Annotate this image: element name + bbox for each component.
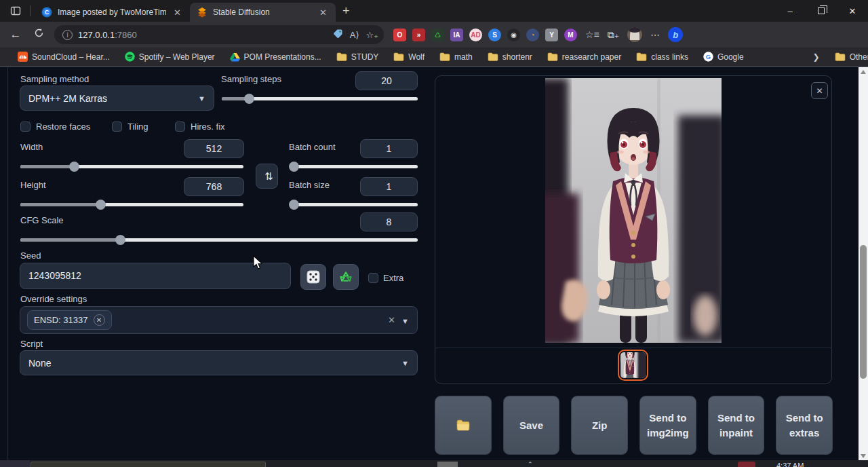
remove-token-icon[interactable]: ✕ <box>94 314 105 326</box>
extension-map-pin-icon[interactable]: ◉ <box>507 29 520 41</box>
width-slider[interactable] <box>20 162 243 172</box>
height-input[interactable]: 768 <box>184 177 244 196</box>
address-bar[interactable]: i 127.0.0.1 :7860 A⟩ ☆₊ <box>54 25 384 44</box>
bookmark-item[interactable]: class links <box>636 52 688 62</box>
close-gallery-button[interactable]: ✕ <box>811 82 828 99</box>
scroll-up-icon[interactable] <box>861 70 866 74</box>
bookmark-label: POM Presentations... <box>244 52 321 62</box>
cfg-scale-input[interactable]: 8 <box>360 212 418 231</box>
page-scrollbar[interactable] <box>859 67 868 461</box>
read-aloud-icon[interactable]: A⟩ <box>350 30 359 40</box>
tab-close-icon[interactable]: ✕ <box>317 7 329 18</box>
restore-faces-label: Restore faces <box>36 122 90 132</box>
new-tab-button[interactable]: + <box>342 4 350 18</box>
bookmark-item[interactable]: GGoogle <box>703 52 744 62</box>
send-to-extras-button[interactable]: Send to extras <box>776 396 833 455</box>
gallery-thumbnail-selected[interactable] <box>618 350 648 381</box>
generated-image[interactable] <box>545 78 722 343</box>
restore-button[interactable] <box>806 0 837 22</box>
window-controls: – ✕ <box>774 0 868 22</box>
soundcloud-icon <box>18 52 28 62</box>
favorite-star-icon[interactable]: ☆₊ <box>366 30 378 40</box>
scroll-down-icon[interactable] <box>861 454 866 458</box>
clear-all-icon[interactable]: ✕ <box>388 315 395 325</box>
cfg-scale-slider[interactable] <box>20 235 418 245</box>
zip-button[interactable]: Zip <box>571 396 628 455</box>
extension-shazam-icon[interactable]: S <box>488 29 501 41</box>
send-to-inpaint-button[interactable]: Send to inpaint <box>708 396 765 455</box>
scrollbar-thumb[interactable] <box>860 245 867 379</box>
save-button[interactable]: Save <box>503 396 560 455</box>
shopping-tag-icon[interactable] <box>333 29 343 41</box>
site-info-icon[interactable]: i <box>62 30 73 40</box>
taskbar-icon[interactable] <box>738 462 755 467</box>
bookmark-item[interactable]: SoundCloud – Hear... <box>18 52 110 62</box>
random-seed-button[interactable] <box>300 264 326 290</box>
gallery-divider <box>435 348 832 348</box>
bookmarks-overflow-icon[interactable]: ❯ <box>813 52 820 62</box>
bookmark-item[interactable]: STUDY <box>336 52 379 62</box>
sampling-steps-input[interactable]: 20 <box>355 71 418 90</box>
back-button[interactable]: ← <box>4 28 27 41</box>
extension-m-purple-icon[interactable]: M <box>564 29 577 41</box>
batch-count-input[interactable]: 1 <box>360 139 418 158</box>
hires-fix-checkbox[interactable] <box>175 122 185 132</box>
minimize-button[interactable]: – <box>774 0 806 22</box>
override-settings-box[interactable]: ENSD: 31337 ✕ ✕ ▼ <box>20 306 418 334</box>
tab-civitai[interactable]: C Image posted by TwoMoreTimes ✕ <box>35 3 190 22</box>
refresh-button[interactable] <box>27 28 50 41</box>
close-window-button[interactable]: ✕ <box>837 0 868 22</box>
profile-avatar[interactable] <box>627 27 642 42</box>
folder-icon <box>488 52 498 62</box>
bookmark-item[interactable]: Spotify – Web Player <box>125 52 215 62</box>
hidden-icons-chevron[interactable]: ⌃ <box>528 461 533 467</box>
width-input[interactable]: 512 <box>184 139 244 158</box>
override-token[interactable]: ENSD: 31337 ✕ <box>27 310 112 330</box>
batch-size-slider[interactable] <box>290 200 418 210</box>
extra-seed-checkbox[interactable] <box>368 273 378 283</box>
script-label: Script <box>20 339 43 349</box>
bookmark-item[interactable]: POM Presentations... <box>230 52 321 62</box>
cfg-scale-label: CFG Scale <box>20 215 64 225</box>
batch-count-slider[interactable] <box>290 162 418 172</box>
dice-icon <box>307 270 320 284</box>
browser-window: C Image posted by TwoMoreTimes ✕ Stable … <box>0 0 868 467</box>
extension-trash-icon[interactable]: ♺ <box>431 29 444 41</box>
extension-globe-icon[interactable]: ◔ <box>526 29 539 41</box>
taskbar-app-indicator[interactable] <box>437 462 458 467</box>
tab-actions-menu-icon[interactable] <box>5 3 26 19</box>
bookmark-label: math <box>454 52 473 62</box>
bookmark-item[interactable]: shortenr <box>488 52 532 62</box>
civitai-favicon-icon: C <box>41 7 52 18</box>
tab-close-icon[interactable]: ✕ <box>172 7 183 18</box>
extension-red-o-icon[interactable]: O <box>393 29 406 41</box>
script-dropdown[interactable]: None ▼ <box>20 350 418 375</box>
bing-sidebar-icon[interactable]: b <box>668 27 683 42</box>
extension-internet-archive-icon[interactable]: IA <box>450 29 463 41</box>
tab-bar: C Image posted by TwoMoreTimes ✕ Stable … <box>0 0 868 22</box>
collections-icon[interactable]: ⧉₊ <box>608 29 619 41</box>
favorites-menu-icon[interactable]: ☆≡ <box>585 29 599 40</box>
bookmark-other-favorites[interactable]: Other favorites <box>835 52 868 62</box>
sampling-method-dropdown[interactable]: DPM++ 2M Karras ▼ <box>20 86 214 111</box>
restore-faces-checkbox[interactable] <box>20 122 31 132</box>
tab-stable-diffusion[interactable]: Stable Diffusion ✕ <box>190 3 336 22</box>
extension-ad-circle-icon[interactable]: AD <box>469 29 482 41</box>
sampling-steps-slider[interactable] <box>222 94 418 104</box>
send-to-img2img-button[interactable]: Send to img2img <box>639 396 696 455</box>
bookmark-item[interactable]: math <box>439 52 473 62</box>
open-folder-button[interactable] <box>435 396 492 455</box>
extension-y-gray-icon[interactable]: Y <box>545 29 558 41</box>
tiling-checkbox[interactable] <box>112 122 122 132</box>
start-area[interactable] <box>0 460 30 467</box>
extension-fast-forward-icon[interactable]: » <box>412 29 425 41</box>
settings-more-icon[interactable]: ⋯ <box>650 29 660 40</box>
seed-input[interactable]: 1243095812 <box>20 263 291 289</box>
bookmark-item[interactable]: Wolf <box>393 52 425 62</box>
height-slider[interactable] <box>20 200 243 210</box>
swap-dimensions-button[interactable]: ⇅ <box>256 164 278 189</box>
taskbar-search-box[interactable] <box>31 462 266 467</box>
reuse-seed-button[interactable] <box>333 264 359 290</box>
batch-size-input[interactable]: 1 <box>360 177 418 196</box>
bookmark-item[interactable]: reasearch paper <box>547 52 621 62</box>
